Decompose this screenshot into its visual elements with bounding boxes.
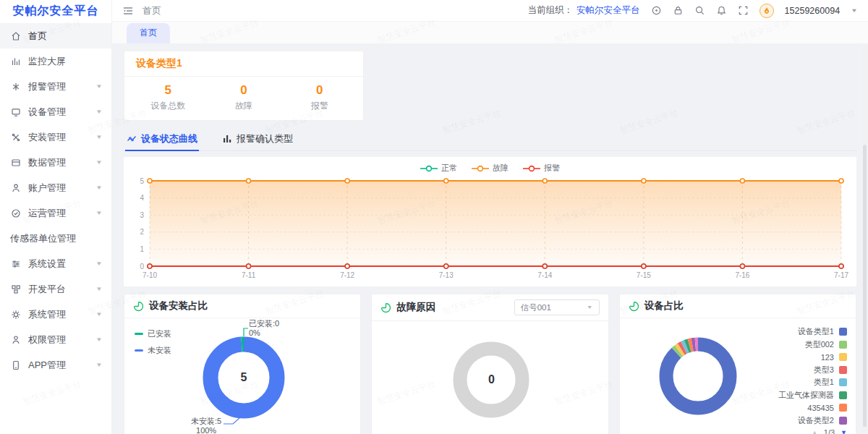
sidebar-item-数据管理[interactable]: 数据管理▼: [0, 150, 111, 175]
pie-chart-icon: [629, 301, 639, 312]
sidebar-item-账户管理[interactable]: 账户管理▼: [0, 175, 111, 200]
legend-swatch-icon: [839, 404, 847, 412]
bell-icon[interactable]: [716, 5, 727, 16]
chevron-down-icon: ▼: [95, 159, 103, 166]
chevron-down-icon: ▼: [95, 83, 103, 90]
ratio-donut-chart: [620, 318, 775, 434]
chevron-down-icon: ▼: [95, 210, 103, 216]
ratio-legend-123[interactable]: 123: [778, 351, 847, 364]
org-name-link[interactable]: 安帕尔安全平台: [576, 4, 640, 17]
pager-up-icon[interactable]: ▲: [812, 429, 818, 434]
topbar-tools: 当前组织： 安帕尔安全平台: [528, 4, 858, 18]
user-phone[interactable]: 15259260094: [785, 6, 840, 16]
sidebar-item-label: 监控大屏: [28, 55, 103, 68]
sidebar-item-APP管理[interactable]: APP管理▼: [0, 352, 111, 378]
stat-报警: 0报警: [281, 83, 357, 112]
status-curve-panel: 正常故障报警 0123457-107-117-127-137-147-157-1…: [124, 157, 856, 286]
sidebar-item-label: 首页: [28, 30, 103, 43]
svg-text:0: 0: [140, 263, 144, 271]
chevron-down-icon: ▼: [95, 260, 103, 267]
legend-marker-icon: [523, 165, 540, 172]
page-content: 设备类型1 5设备总数0故障0报警 设备状态曲线 报警确认类型: [112, 43, 868, 434]
install-card-header: 设备安装占比: [124, 294, 360, 318]
ratio-legend-pager: ▲1/3▼: [778, 428, 847, 434]
sidebar-item-label: 设备管理: [28, 106, 95, 119]
stat-设备总数: 5设备总数: [130, 83, 206, 112]
stat-label: 故障: [206, 100, 282, 112]
fullscreen-icon[interactable]: [738, 5, 749, 16]
legend-marker-icon: [420, 165, 438, 172]
search-icon[interactable]: [694, 5, 705, 16]
pie-chart-icon: [133, 301, 144, 312]
stat-value: 0: [281, 83, 357, 98]
install-card-title: 设备安装占比: [149, 299, 208, 312]
fault-card-header: 故障原因 信号001 ▼: [372, 294, 608, 321]
sidebar-item-运营管理[interactable]: 运营管理▼: [0, 200, 111, 226]
sidebar-item-首页[interactable]: 首页: [0, 23, 111, 48]
ratio-card-title: 设备占比: [644, 299, 684, 312]
ratio-legend-类型1[interactable]: 类型1: [778, 376, 847, 389]
svg-text:7-10: 7-10: [142, 271, 157, 279]
ratio-legend-设备类型2[interactable]: 设备类型2: [778, 414, 847, 427]
svg-text:5: 5: [140, 177, 144, 185]
legend-item-正常[interactable]: 正常: [420, 163, 457, 174]
user-avatar[interactable]: [760, 4, 774, 18]
lock-icon[interactable]: [673, 5, 684, 16]
top-header: 首页 当前组织： 安帕尔安全平台: [112, 0, 868, 22]
install-icon: [10, 132, 22, 143]
legend-marker-icon: [472, 165, 489, 172]
svg-text:7-15: 7-15: [637, 271, 651, 279]
sidebar-item-系统设置[interactable]: 系统设置▼: [0, 251, 111, 276]
pager-down-icon[interactable]: ▼: [841, 429, 847, 434]
fault-signal-select[interactable]: 信号001 ▼: [514, 299, 600, 315]
install-callout-bottom: 未安装:5100%: [191, 417, 221, 434]
sidebar-item-传感器单位管理[interactable]: 传感器单位管理: [0, 226, 111, 251]
content-tabs: 设备状态曲线 报警确认类型: [124, 130, 856, 151]
menu-fold-icon[interactable]: [122, 5, 134, 17]
sidebar-item-权限管理[interactable]: 权限管理▼: [0, 327, 111, 352]
main-area: 首页 当前组织： 安帕尔安全平台: [112, 0, 868, 434]
sidebar-item-label: 系统管理: [28, 308, 95, 321]
ratio-legend-设备类型1[interactable]: 设备类型1: [778, 326, 847, 339]
sidebar-item-安装管理[interactable]: 安装管理▼: [0, 124, 111, 150]
sidebar-item-设备管理[interactable]: 设备管理▼: [0, 99, 111, 124]
ratio-legend-类型002[interactable]: 类型002: [778, 339, 847, 352]
legend-item-故障[interactable]: 故障: [472, 163, 509, 174]
stat-label: 设备总数: [130, 100, 206, 112]
device-ratio-card: 设备占比 设备类型1类型002123类型3类型1工业气体探测器435435设备类…: [619, 294, 856, 434]
sidebar-item-系统管理[interactable]: 系统管理▼: [0, 302, 111, 327]
pager-text: 1/3: [824, 428, 835, 434]
tab-device-status-curve[interactable]: 设备状态曲线: [125, 130, 199, 150]
sidebar-item-开发平台[interactable]: 开发平台▼: [0, 276, 111, 302]
svg-text:7-13: 7-13: [439, 271, 454, 279]
scrollbar[interactable]: [862, 43, 867, 434]
chevron-down-icon[interactable]: ▼: [851, 7, 858, 13]
sidebar-item-监控大屏[interactable]: 监控大屏: [0, 48, 111, 74]
legend-swatch-icon: [839, 366, 847, 374]
app-logo: 安帕尔安全平台: [0, 0, 111, 22]
sidebar-item-报警管理[interactable]: 报警管理▼: [0, 74, 111, 99]
fault-center-value: 0: [488, 373, 495, 386]
ratio-legend-435435[interactable]: 435435: [778, 401, 847, 414]
ratio-legend-工业气体探测器[interactable]: 工业气体探测器: [778, 389, 847, 402]
svg-text:1: 1: [140, 245, 144, 253]
breadcrumb[interactable]: 首页: [142, 4, 161, 17]
support-icon[interactable]: [651, 5, 662, 16]
legend-item-报警[interactable]: 报警: [523, 163, 560, 174]
chevron-down-icon: ▼: [95, 311, 103, 318]
scrollbar-thumb[interactable]: [863, 145, 867, 427]
chevron-down-icon: ▼: [95, 362, 103, 368]
chevron-down-icon: ▼: [95, 109, 103, 115]
page-tabstrip: 首页: [112, 22, 868, 43]
sidebar-item-label: 安装管理: [28, 131, 95, 144]
install-card-body: 已安装未安装 5 已安装:00% 未安装:5100%: [124, 318, 360, 434]
sidebar-item-label: 账户管理: [28, 182, 95, 195]
legend-swatch-icon: [839, 328, 847, 336]
tab-alarm-confirm-type[interactable]: 报警确认类型: [221, 130, 294, 150]
legend-swatch-icon: [839, 378, 847, 386]
svg-text:3: 3: [140, 211, 144, 219]
page-tab-home[interactable]: 首页: [127, 23, 170, 43]
dev-icon: [10, 284, 22, 295]
legend-swatch-icon: [839, 341, 847, 349]
ratio-legend-类型3[interactable]: 类型3: [778, 364, 847, 377]
